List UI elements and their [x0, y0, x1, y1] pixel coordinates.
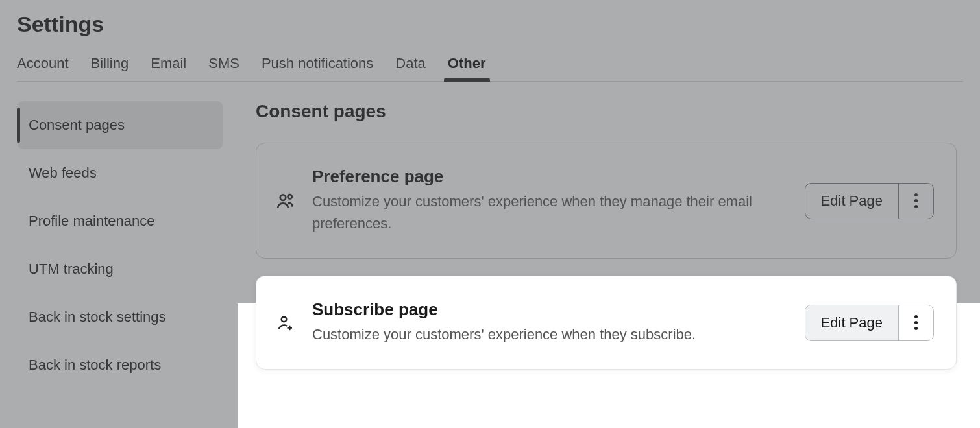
- tab-account[interactable]: Account: [17, 55, 69, 81]
- card-subscribe-page: Subscribe page Customize your customers'…: [256, 276, 957, 370]
- page-title: Settings: [17, 12, 963, 37]
- card-actions: Edit Page: [805, 183, 934, 219]
- tab-sms[interactable]: SMS: [208, 55, 239, 81]
- people-icon: [275, 191, 297, 211]
- tabs: Account Billing Email SMS Push notificat…: [17, 55, 963, 82]
- svg-point-1: [288, 195, 291, 198]
- svg-point-2: [282, 316, 287, 322]
- sidebar: Consent pages Web feeds Profile maintena…: [17, 101, 223, 389]
- header: Settings Account Billing Email SMS Push …: [0, 0, 980, 82]
- more-vertical-icon: [914, 315, 918, 330]
- more-vertical-icon: [914, 193, 918, 208]
- sidebar-item-back-in-stock-settings[interactable]: Back in stock settings: [17, 293, 223, 341]
- card-desc: Customize your customers' experience whe…: [312, 324, 789, 346]
- card-title: Preference page: [312, 167, 789, 187]
- sidebar-item-utm-tracking[interactable]: UTM tracking: [17, 245, 223, 293]
- tab-billing[interactable]: Billing: [91, 55, 129, 81]
- card-preference-page: Preference page Customize your customers…: [256, 143, 957, 259]
- main: Consent pages Preference page Customize …: [256, 101, 963, 389]
- card-body: Preference page Customize your customers…: [312, 167, 789, 235]
- body: Consent pages Web feeds Profile maintena…: [0, 82, 980, 389]
- card-body: Subscribe page Customize your customers'…: [312, 300, 789, 346]
- sidebar-item-profile-maintenance[interactable]: Profile maintenance: [17, 197, 223, 245]
- more-options-button[interactable]: [898, 305, 933, 340]
- person-plus-icon: [275, 313, 297, 333]
- svg-point-0: [280, 195, 286, 200]
- tab-email[interactable]: Email: [151, 55, 186, 81]
- edit-page-button[interactable]: Edit Page: [805, 305, 898, 340]
- sidebar-item-consent-pages[interactable]: Consent pages: [17, 101, 223, 149]
- more-options-button[interactable]: [898, 184, 933, 219]
- tab-push-notifications[interactable]: Push notifications: [262, 55, 373, 81]
- sidebar-item-web-feeds[interactable]: Web feeds: [17, 149, 223, 197]
- sidebar-item-back-in-stock-reports[interactable]: Back in stock reports: [17, 341, 223, 389]
- tab-other[interactable]: Other: [448, 55, 486, 81]
- card-title: Subscribe page: [312, 300, 789, 320]
- card-desc: Customize your customers' experience whe…: [312, 191, 789, 235]
- edit-page-button[interactable]: Edit Page: [805, 184, 898, 219]
- card-actions: Edit Page: [805, 305, 934, 341]
- section-title: Consent pages: [256, 101, 957, 122]
- tab-data[interactable]: Data: [395, 55, 425, 81]
